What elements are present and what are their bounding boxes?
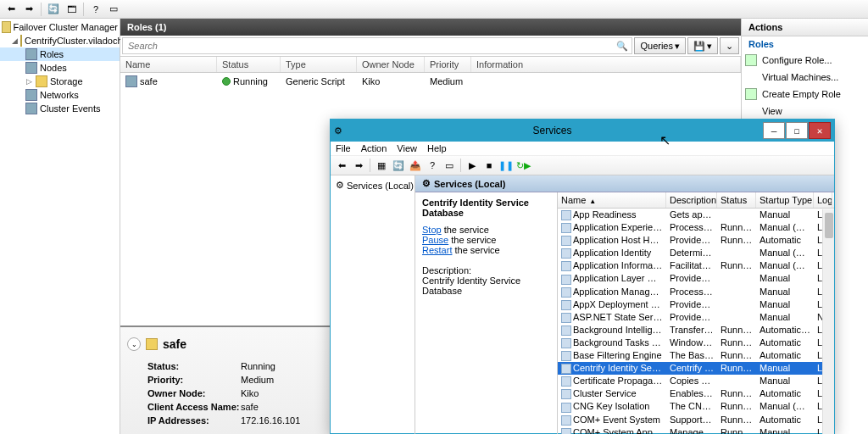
tree-storage[interactable]: ▷Storage bbox=[0, 75, 120, 88]
service-icon bbox=[561, 210, 571, 220]
col-info[interactable]: Information bbox=[471, 57, 741, 72]
col-priority[interactable]: Priority bbox=[425, 57, 471, 72]
tree-nodes[interactable]: Nodes bbox=[0, 61, 120, 75]
props-icon[interactable]: ▭ bbox=[442, 158, 457, 173]
service-icon bbox=[561, 236, 571, 246]
save-query-button[interactable]: 💾▾ bbox=[687, 37, 718, 54]
col-type[interactable]: Type bbox=[281, 57, 357, 72]
forward-icon[interactable]: ➡ bbox=[21, 2, 36, 17]
service-row[interactable]: Application Host Helper Ser...Provides a… bbox=[558, 234, 834, 247]
service-icon bbox=[561, 415, 571, 426]
menu-file[interactable]: File bbox=[336, 143, 351, 153]
menu-action[interactable]: Action bbox=[361, 143, 387, 153]
service-row[interactable]: Base Filtering EngineThe Base Fil...Runn… bbox=[558, 349, 834, 362]
cluster-icon bbox=[20, 35, 22, 47]
value-client: safe bbox=[241, 402, 259, 412]
col-status[interactable]: Status bbox=[217, 57, 281, 72]
service-row[interactable]: Certificate PropagationCopies user ...Ma… bbox=[558, 375, 834, 387]
back-icon[interactable]: ⬅ bbox=[334, 158, 349, 173]
back-icon[interactable]: ⬅ bbox=[3, 2, 19, 17]
svc-col-status[interactable]: Status bbox=[717, 192, 756, 208]
search-input[interactable] bbox=[126, 40, 604, 52]
action-configure-role[interactable]: Configure Role... bbox=[742, 52, 868, 69]
roles-header: Roles (1) bbox=[120, 19, 741, 36]
restart-link[interactable]: Restart bbox=[422, 245, 452, 255]
pane-icon[interactable]: ▭ bbox=[106, 2, 121, 17]
close-button[interactable]: ✕ bbox=[809, 122, 831, 139]
service-row[interactable]: CNG Key IsolationThe CNG ke...RunningMan… bbox=[558, 400, 834, 413]
col-owner[interactable]: Owner Node bbox=[357, 57, 425, 72]
tree-networks[interactable]: Networks bbox=[0, 88, 120, 102]
help-icon[interactable]: ? bbox=[88, 2, 103, 17]
action-vms[interactable]: Virtual Machines... bbox=[742, 69, 868, 86]
link-suffix: the service bbox=[452, 245, 499, 255]
search-input-wrap[interactable]: 🔍 bbox=[122, 37, 632, 54]
service-row[interactable]: COM+ System ApplicationManages th...Runn… bbox=[558, 426, 834, 434]
service-row[interactable]: ASP.NET State ServiceProvides su...Manua… bbox=[558, 311, 834, 324]
tree-root[interactable]: Failover Cluster Manager bbox=[0, 20, 120, 34]
maximize-button[interactable]: ☐ bbox=[786, 122, 808, 139]
services-titlebar[interactable]: ⚙ Services — ☐ ✕ bbox=[331, 120, 834, 142]
forward-icon[interactable]: ➡ bbox=[351, 158, 366, 173]
service-row[interactable]: Application ManagementProcesses in...Man… bbox=[558, 286, 834, 298]
expand-button[interactable]: ⌄ bbox=[720, 37, 739, 54]
play-icon[interactable]: ▶ bbox=[465, 158, 480, 173]
service-row[interactable]: Application Layer Gateway ...Provides su… bbox=[558, 272, 834, 285]
expand-icon[interactable]: ▷ bbox=[25, 78, 33, 86]
service-icon bbox=[561, 389, 571, 399]
svc-col-startup[interactable]: Startup Type bbox=[756, 192, 814, 208]
pause-link[interactable]: Pause bbox=[422, 235, 448, 245]
service-row[interactable]: Centrify Identity Service Dat...Centrify… bbox=[558, 362, 834, 375]
value-status: Running bbox=[241, 361, 275, 371]
minimize-button[interactable]: — bbox=[763, 122, 785, 139]
action-label: Virtual Machines... bbox=[762, 72, 838, 82]
restart-icon[interactable]: ↻▶ bbox=[515, 158, 531, 173]
link-suffix: the service bbox=[448, 235, 496, 245]
queries-button[interactable]: Queries▾ bbox=[634, 37, 686, 54]
cell-type: Generic Script bbox=[281, 75, 357, 88]
tree-item-label: Cluster Events bbox=[40, 103, 101, 114]
service-row[interactable]: Application ExperienceProcesses a...Runn… bbox=[558, 221, 834, 234]
service-row[interactable]: Application InformationFacilitates t...R… bbox=[558, 259, 834, 272]
props-icon[interactable]: 🗔 bbox=[64, 2, 79, 17]
nav-tree: Failover Cluster Manager ◢CentrifyCluste… bbox=[0, 19, 120, 434]
service-icon bbox=[561, 261, 571, 271]
export-icon[interactable]: 📤 bbox=[408, 158, 423, 173]
scroll-thumb[interactable] bbox=[825, 213, 833, 238]
help-icon[interactable]: ? bbox=[425, 158, 440, 173]
service-row[interactable]: COM+ Event SystemSupports Sy...RunningAu… bbox=[558, 414, 834, 426]
service-row[interactable]: Background Intelligent Tran...Transfers … bbox=[558, 324, 834, 337]
services-local-node[interactable]: ⚙Services (Local) bbox=[334, 179, 411, 192]
service-row[interactable]: Application IdentityDetermines ...Manual… bbox=[558, 247, 834, 259]
tree-cluster[interactable]: ◢CentrifyCluster.viladochave... bbox=[0, 34, 120, 47]
view-icon[interactable]: ▦ bbox=[374, 158, 389, 173]
desc-text: Centrify Identity Service Database bbox=[422, 275, 550, 296]
expand-icon[interactable]: ◢ bbox=[12, 37, 18, 45]
svc-col-name[interactable]: Name▲ bbox=[558, 192, 666, 208]
menu-help[interactable]: Help bbox=[427, 143, 447, 153]
action-view[interactable]: View bbox=[742, 103, 868, 120]
col-name[interactable]: Name bbox=[120, 57, 217, 72]
refresh-icon[interactable]: 🔄 bbox=[391, 158, 406, 173]
refresh-icon[interactable]: 🔄 bbox=[46, 2, 61, 17]
service-row[interactable]: AppX Deployment Service (...Provides inf… bbox=[558, 298, 834, 311]
service-row[interactable]: App ReadinessGets apps re...ManualLoc bbox=[558, 209, 834, 221]
collapse-icon[interactable]: ⌄ bbox=[127, 337, 141, 351]
service-row[interactable]: Background Tasks Infrastru...Windows in.… bbox=[558, 337, 834, 349]
services-toolbar: ⬅ ➡ ▦ 🔄 📤 ? ▭ ▶ ■ ❚❚ ↻▶ bbox=[331, 156, 834, 175]
role-row[interactable]: safe Running Generic Script Kiko Medium bbox=[120, 73, 741, 90]
stop-link[interactable]: Stop bbox=[422, 225, 442, 235]
service-row[interactable]: Cluster ServiceEnables serv...RunningAut… bbox=[558, 387, 834, 400]
svc-col-desc[interactable]: Description bbox=[666, 192, 717, 208]
tree-events[interactable]: Cluster Events bbox=[0, 102, 120, 115]
stop-icon[interactable]: ■ bbox=[481, 158, 497, 173]
search-icon[interactable]: 🔍 bbox=[616, 41, 628, 52]
menu-view[interactable]: View bbox=[397, 143, 417, 153]
detail-title: safe bbox=[163, 337, 186, 351]
gear-icon: ⚙ bbox=[422, 178, 431, 189]
pause-icon[interactable]: ❚❚ bbox=[498, 158, 514, 173]
tree-roles[interactable]: Roles bbox=[0, 47, 120, 61]
svc-col-log[interactable]: Log bbox=[814, 192, 832, 208]
action-create-empty[interactable]: Create Empty Role bbox=[742, 86, 868, 103]
scrollbar[interactable] bbox=[822, 209, 834, 434]
